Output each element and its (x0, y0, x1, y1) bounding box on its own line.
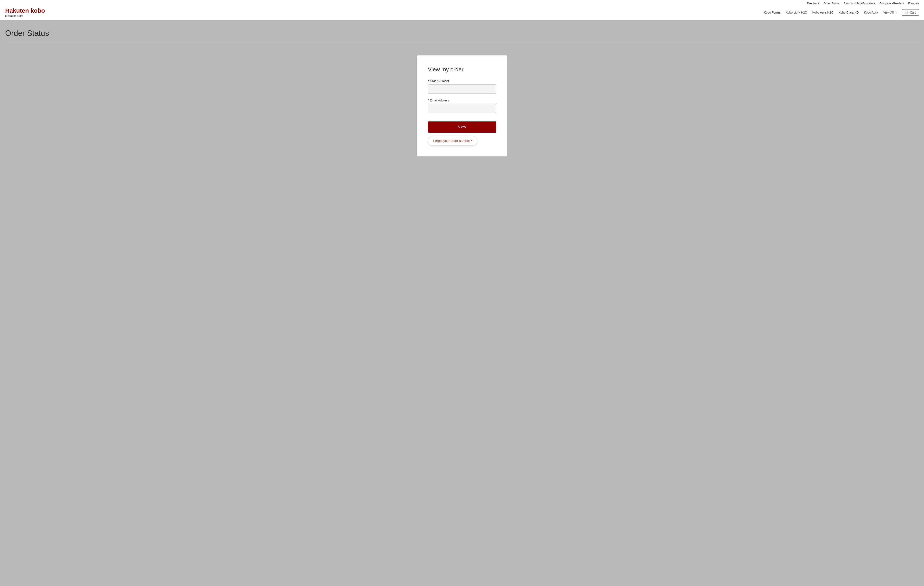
email-group: * Email Address (428, 99, 496, 113)
back-to-bookstore-link[interactable]: Back to Kobo eBookstore (844, 2, 875, 5)
feedback-link[interactable]: Feedback (807, 2, 819, 5)
nav-kobo-aura-h2o[interactable]: Kobo Aura H2O (810, 10, 835, 15)
logo-text: Rakuten kobo (5, 8, 45, 14)
order-number-label: * Order Number (428, 79, 496, 83)
nav-kobo-aura[interactable]: Kobo Aura (862, 10, 880, 15)
form-wrapper: View my order * Order Number * Email Add… (5, 42, 919, 169)
nav-kobo-libra[interactable]: Kobo Libra H2O (784, 10, 809, 15)
view-button[interactable]: View (428, 121, 496, 132)
order-number-group: * Order Number (428, 79, 496, 94)
page-title-section: Order Status (5, 20, 919, 42)
header-top-bar: Feedback Order Status Back to Kobo eBook… (5, 0, 919, 6)
forgot-order-number-container: Forgot your order number? (428, 136, 477, 146)
order-number-input[interactable] (428, 84, 496, 94)
nav-view-all[interactable]: View All ▼ (881, 10, 899, 15)
compare-ereaders-link[interactable]: Compare eReaders (879, 2, 904, 5)
cart-label: Cart (910, 11, 916, 14)
cart-icon: 🛒 (905, 11, 909, 14)
logo[interactable]: Rakuten kobo eReader Store (5, 8, 45, 17)
site-header: Feedback Order Status Back to Kobo eBook… (0, 0, 924, 20)
order-status-link[interactable]: Order Status (823, 2, 839, 5)
logo-subtitle: eReader Store (5, 14, 45, 17)
page-title: Order Status (5, 29, 919, 38)
order-form-card: View my order * Order Number * Email Add… (417, 55, 507, 157)
main-nav: Kobo Forma Kobo Libra H2O Kobo Aura H2O … (762, 9, 919, 16)
header-main-bar: Rakuten kobo eReader Store Kobo Forma Ko… (5, 6, 919, 20)
chevron-down-icon: ▼ (895, 11, 897, 13)
email-input[interactable] (428, 104, 496, 113)
nav-kobo-forma[interactable]: Kobo Forma (762, 10, 783, 15)
cart-button[interactable]: 🛒 Cart (902, 9, 919, 16)
language-link[interactable]: Français (908, 2, 919, 5)
email-label: * Email Address (428, 99, 496, 102)
form-title: View my order (428, 66, 496, 73)
forgot-order-number-link[interactable]: Forgot your order number? (433, 139, 472, 142)
nav-kobo-clara[interactable]: Kobo Clara HD (837, 10, 861, 15)
page-content: Order Status View my order * Order Numbe… (0, 20, 924, 169)
